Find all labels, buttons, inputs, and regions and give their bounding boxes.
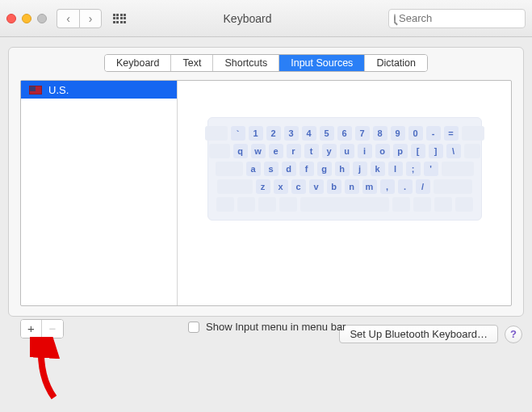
us-flag-icon	[29, 86, 42, 95]
show-input-menu-checkbox[interactable]	[188, 322, 199, 333]
key-y: y	[322, 144, 337, 158]
key-b: b	[327, 179, 341, 194]
back-button[interactable]: ‹	[57, 9, 79, 28]
key-f: f	[300, 162, 314, 176]
remove-button: −	[42, 320, 63, 338]
add-button[interactable]: +	[21, 320, 42, 338]
key-0: 0	[408, 126, 423, 141]
key-': '	[424, 162, 438, 176]
source-item-us[interactable]: U.S.	[21, 81, 177, 99]
key-r: r	[287, 144, 301, 158]
nav-buttons: ‹ ›	[57, 9, 102, 28]
plus-icon: +	[27, 322, 35, 335]
window-toolbar: ‹ › Keyboard	[0, 0, 532, 37]
key-`: `	[231, 126, 245, 141]
key-6: 6	[337, 126, 352, 141]
key-z: z	[256, 179, 270, 194]
source-label: U.S.	[48, 84, 69, 96]
key-9: 9	[391, 126, 405, 141]
traffic-lights	[6, 14, 47, 23]
keyboard-preview: .`1234567890-= qwertyuiop[]\ asdfghjkl;'…	[178, 81, 511, 305]
search-field[interactable]	[388, 9, 526, 28]
tab-segment: Keyboard Text Shortcuts Input Sources Di…	[104, 54, 428, 72]
chevron-right-icon: ›	[89, 12, 93, 25]
tab-dictation[interactable]: Dictation	[365, 55, 427, 71]
tab-shortcuts[interactable]: Shortcuts	[213, 55, 279, 71]
key-w: w	[251, 144, 266, 158]
key-p: p	[393, 144, 408, 158]
key--: -	[426, 126, 441, 141]
key-/: /	[416, 179, 430, 194]
key-8: 8	[373, 126, 387, 141]
key-3: 3	[284, 126, 299, 141]
keyboard-graphic: .`1234567890-= qwertyuiop[]\ asdfghjkl;'…	[207, 117, 482, 221]
minus-icon: −	[49, 322, 57, 335]
tab-text[interactable]: Text	[171, 55, 213, 71]
key-d: d	[282, 162, 296, 176]
zoom-icon	[37, 14, 47, 23]
key-k: k	[371, 162, 385, 176]
annotation-arrow-icon	[30, 337, 78, 401]
show-input-menu-row: Show Input menu in menu bar	[188, 321, 346, 333]
grid-icon	[113, 14, 127, 23]
key-\: \	[446, 144, 461, 158]
key-;: ;	[406, 162, 421, 176]
key-.: .	[398, 179, 413, 194]
key-,: ,	[380, 179, 395, 194]
source-list[interactable]: U.S.	[21, 81, 178, 305]
key-v: v	[309, 179, 324, 194]
key-i: i	[358, 144, 372, 158]
show-all-button[interactable]	[108, 9, 131, 28]
key-7: 7	[355, 126, 370, 141]
tab-input-sources[interactable]: Input Sources	[279, 55, 365, 71]
input-sources-split: U.S. .`1234567890-= qwertyuiop[]\ asdfgh…	[20, 80, 512, 306]
search-input[interactable]	[399, 12, 532, 24]
key-n: n	[345, 179, 359, 194]
key-c: c	[291, 179, 306, 194]
key-o: o	[375, 144, 390, 158]
key-s: s	[264, 162, 279, 176]
window-title: Keyboard	[137, 12, 382, 25]
key-=: =	[444, 126, 459, 141]
setup-bluetooth-button[interactable]: Set Up Bluetooth Keyboard…	[339, 325, 498, 343]
key-5: 5	[320, 126, 334, 141]
key-g: g	[317, 162, 332, 176]
key-j: j	[353, 162, 367, 176]
search-icon	[394, 14, 396, 23]
close-icon[interactable]	[6, 14, 16, 23]
add-remove-buttons: + −	[20, 319, 64, 338]
key-m: m	[362, 179, 377, 194]
key-x: x	[274, 179, 288, 194]
show-input-menu-label: Show Input menu in menu bar	[206, 321, 346, 333]
key-u: u	[340, 144, 354, 158]
key-e: e	[269, 144, 283, 158]
key-]: ]	[429, 144, 443, 158]
tab-bar: Keyboard Text Shortcuts Input Sources Di…	[9, 48, 523, 80]
key-h: h	[335, 162, 350, 176]
key-1: 1	[249, 126, 263, 141]
minimize-icon[interactable]	[22, 14, 31, 23]
key-2: 2	[266, 126, 281, 141]
forward-button[interactable]: ›	[79, 9, 102, 28]
key-4: 4	[302, 126, 316, 141]
help-icon: ?	[510, 328, 517, 340]
help-button[interactable]: ?	[505, 326, 522, 343]
tab-keyboard[interactable]: Keyboard	[105, 55, 172, 71]
key-l: l	[388, 162, 403, 176]
key-q: q	[233, 144, 248, 158]
prefs-panel: Keyboard Text Shortcuts Input Sources Di…	[8, 47, 524, 317]
key-t: t	[304, 144, 319, 158]
chevron-left-icon: ‹	[66, 12, 70, 25]
key-[: [	[411, 144, 425, 158]
key-a: a	[246, 162, 261, 176]
